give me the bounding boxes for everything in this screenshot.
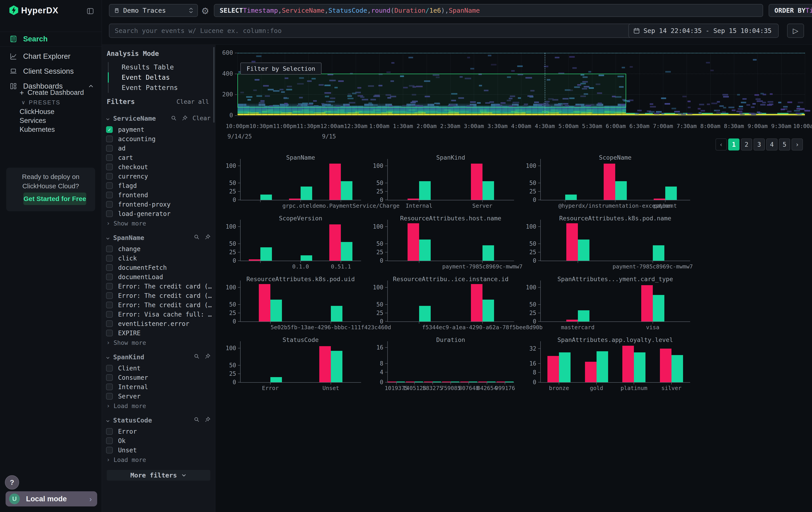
checkbox[interactable] bbox=[106, 192, 113, 198]
checkbox[interactable] bbox=[106, 393, 113, 400]
filter-option-ok[interactable]: Ok bbox=[102, 436, 215, 446]
gear-icon[interactable]: ⚙ bbox=[201, 6, 209, 16]
checkbox[interactable] bbox=[106, 447, 113, 454]
checkbox[interactable]: ✓ bbox=[106, 126, 113, 133]
order-by-input[interactable]: ORDER BY Timestamp DESC bbox=[768, 4, 812, 17]
pagination-page-1[interactable]: 1 bbox=[728, 138, 740, 151]
checkbox[interactable] bbox=[106, 164, 113, 170]
sidebar-item-client-sessions[interactable]: Client Sessions bbox=[0, 64, 102, 78]
checkbox[interactable] bbox=[106, 182, 113, 189]
filter-option-accounting[interactable]: accounting bbox=[102, 134, 215, 143]
checkbox[interactable] bbox=[106, 374, 113, 381]
checkbox[interactable] bbox=[106, 311, 113, 318]
filter-option-load-generator[interactable]: load-generator bbox=[102, 209, 215, 218]
sidebar-item-kubernetes[interactable]: Kubernetes bbox=[0, 124, 102, 135]
checkbox[interactable] bbox=[106, 201, 113, 208]
search-icon[interactable] bbox=[194, 353, 200, 359]
filter-option-change[interactable]: change bbox=[102, 244, 215, 253]
filter-option-expire[interactable]: EXPIRE bbox=[102, 328, 215, 338]
checkbox[interactable] bbox=[106, 320, 113, 327]
filter-option-cart[interactable]: cart bbox=[102, 153, 215, 162]
collapse-sidebar-icon[interactable] bbox=[86, 7, 94, 15]
pagination-page-3[interactable]: 3 bbox=[754, 138, 765, 151]
filter-option-checkout[interactable]: checkout bbox=[102, 162, 215, 172]
filter-option-eventlistener-error[interactable]: eventListener.error bbox=[102, 319, 215, 328]
checkbox[interactable] bbox=[106, 154, 113, 161]
filter-option-ad[interactable]: ad bbox=[102, 143, 215, 153]
filter-group-name[interactable]: SpanKind bbox=[113, 353, 144, 361]
checkbox[interactable] bbox=[106, 255, 113, 262]
pagination-prev[interactable]: ‹ bbox=[716, 138, 727, 151]
filter-option-flagd[interactable]: flagd bbox=[102, 181, 215, 190]
checkbox[interactable] bbox=[106, 330, 113, 336]
pagination-page-4[interactable]: 4 bbox=[766, 138, 778, 151]
clear-all-filters-link[interactable]: Clear all bbox=[177, 98, 209, 105]
show-more-link[interactable]: ›Show more bbox=[102, 218, 215, 228]
filter-group-name[interactable]: StatusCode bbox=[113, 416, 152, 424]
search-icon[interactable] bbox=[194, 416, 200, 423]
search-input[interactable] bbox=[109, 24, 716, 38]
run-query-button[interactable]: ▷ bbox=[787, 24, 804, 38]
checkbox[interactable] bbox=[106, 210, 113, 217]
analysis-mode-event-deltas[interactable]: Event Deltas bbox=[108, 72, 178, 83]
filter-option-consumer[interactable]: Consumer bbox=[102, 373, 215, 382]
filter-option-internal[interactable]: Internal bbox=[102, 382, 215, 392]
filter-option-currency[interactable]: currency bbox=[102, 172, 215, 181]
more-filters-button[interactable]: More filters bbox=[107, 470, 210, 481]
filter-group-name[interactable]: ServiceName bbox=[113, 115, 156, 122]
checkbox[interactable] bbox=[106, 145, 113, 152]
chevron-down-icon[interactable] bbox=[105, 418, 111, 424]
filter-option-frontend-proxy[interactable]: frontend-proxy bbox=[102, 200, 215, 209]
pin-icon[interactable] bbox=[182, 115, 188, 121]
filter-option-error-the-credit-card-[interactable]: Error: The credit card (… bbox=[102, 281, 215, 291]
filter-group-name[interactable]: SpanName bbox=[113, 234, 144, 242]
sidebar-item-chart-explorer[interactable]: Chart Explorer bbox=[0, 49, 102, 63]
pagination-next[interactable]: › bbox=[791, 138, 803, 151]
search-icon[interactable] bbox=[171, 115, 177, 121]
chevron-down-icon[interactable] bbox=[105, 355, 111, 360]
get-started-button[interactable]: Get Started for Free bbox=[23, 193, 86, 205]
filter-option-unset[interactable]: Unset bbox=[102, 446, 215, 455]
filter-option-click[interactable]: click bbox=[102, 253, 215, 263]
show-more-link[interactable]: ›Show more bbox=[102, 338, 215, 348]
checkbox[interactable] bbox=[106, 136, 113, 142]
chevron-down-icon[interactable] bbox=[105, 236, 111, 241]
filter-option-error[interactable]: Error bbox=[102, 427, 215, 436]
checkbox[interactable] bbox=[106, 302, 113, 308]
chevron-down-icon[interactable] bbox=[105, 116, 111, 122]
pagination-page-2[interactable]: 2 bbox=[741, 138, 752, 151]
checkbox[interactable] bbox=[106, 283, 113, 290]
filter-option-frontend[interactable]: frontend bbox=[102, 190, 215, 200]
analysis-mode-results-table[interactable]: Results Table bbox=[108, 62, 178, 72]
heatmap-selection-brush[interactable] bbox=[237, 74, 626, 108]
filter-by-selection-button[interactable]: Filter by Selection bbox=[240, 62, 321, 75]
filter-option-server[interactable]: Server bbox=[102, 392, 215, 401]
heatmap-plot[interactable] bbox=[237, 53, 805, 115]
filter-option-documentfetch[interactable]: documentFetch bbox=[102, 263, 215, 272]
checkbox[interactable] bbox=[106, 428, 113, 435]
create-dashboard-button[interactable]: + Create Dashboard bbox=[0, 87, 102, 98]
checkbox[interactable] bbox=[106, 264, 113, 271]
checkbox[interactable] bbox=[106, 173, 113, 180]
checkbox[interactable] bbox=[106, 246, 113, 252]
filter-option-error-the-credit-card-[interactable]: Error: The credit card (… bbox=[102, 291, 215, 300]
filter-option-client[interactable]: Client bbox=[102, 363, 215, 373]
checkbox[interactable] bbox=[106, 437, 113, 444]
date-range-picker[interactable]: Sep 14 22:04:35 - Sep 15 10:04:35 bbox=[628, 24, 779, 38]
user-menu[interactable]: U Local mode › bbox=[5, 491, 97, 507]
filter-option-error-visa-cache-full-[interactable]: Error: Visa cache full: … bbox=[102, 309, 215, 319]
checkbox[interactable] bbox=[106, 292, 113, 299]
filter-group-clear-link[interactable]: Clear bbox=[193, 115, 210, 122]
load-more-link[interactable]: ›Load more bbox=[102, 455, 215, 465]
source-select[interactable]: Demo Traces bbox=[109, 4, 198, 17]
search-icon[interactable] bbox=[194, 234, 200, 240]
presets-toggle[interactable]: ∨ PRESETS bbox=[0, 97, 102, 108]
pagination-page-5[interactable]: 5 bbox=[779, 138, 790, 151]
pin-icon[interactable] bbox=[205, 416, 210, 423]
help-button[interactable]: ? bbox=[5, 475, 19, 489]
filter-option-error-the-credit-card-[interactable]: Error: The credit card (… bbox=[102, 300, 215, 309]
filter-option-payment[interactable]: ✓payment bbox=[102, 125, 215, 134]
pin-icon[interactable] bbox=[205, 353, 210, 359]
checkbox[interactable] bbox=[106, 365, 113, 372]
checkbox[interactable] bbox=[106, 274, 113, 280]
